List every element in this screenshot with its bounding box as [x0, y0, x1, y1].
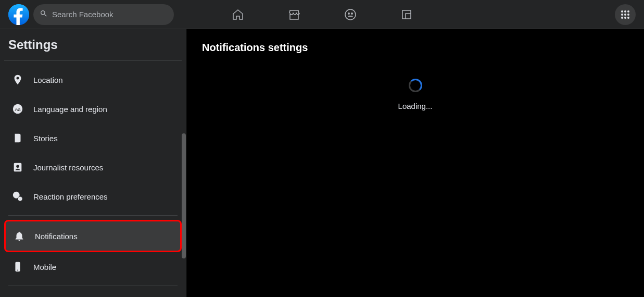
menu-button[interactable]: [615, 4, 636, 25]
svg-point-1: [345, 9, 356, 20]
journalist-icon: [8, 158, 27, 177]
groups-icon[interactable]: [343, 7, 358, 22]
reactions-icon: [8, 187, 27, 206]
search-box[interactable]: [33, 4, 174, 25]
search-icon: [40, 9, 48, 20]
page-title: Notifications settings: [202, 42, 628, 54]
sidebar-item-label: Notifications: [35, 232, 78, 241]
svg-point-7: [16, 165, 19, 168]
sidebar-item-label: Mobile: [33, 263, 56, 271]
nav-right: [615, 4, 636, 25]
sidebar-item-mobile[interactable]: Mobile: [4, 252, 182, 281]
svg-text:Aa: Aa: [15, 107, 21, 112]
location-icon: [8, 70, 27, 89]
top-bar: [0, 0, 644, 29]
svg-point-11: [17, 270, 18, 271]
sidebar-item-label: Language and region: [33, 105, 107, 114]
mobile-icon: [8, 257, 27, 276]
sidebar-item-journalist[interactable]: Journalist resources: [4, 153, 182, 182]
search-input[interactable]: [52, 10, 168, 19]
sidebar-title: Settings: [0, 29, 186, 56]
grid-icon: [621, 10, 629, 19]
home-icon[interactable]: [231, 7, 245, 22]
gaming-icon[interactable]: [399, 7, 414, 22]
sidebar-list: Location Aa Language and region Stories …: [0, 65, 186, 297]
svg-point-3: [351, 13, 353, 15]
settings-sidebar: Settings Location Aa Language and region: [0, 29, 186, 297]
scrollbar-thumb[interactable]: [182, 133, 186, 258]
divider: [4, 60, 182, 61]
spinner-icon: [409, 79, 422, 92]
sidebar-item-reactions[interactable]: Reaction preferences: [4, 182, 182, 211]
marketplace-icon[interactable]: [287, 7, 301, 22]
sidebar-item-label: Location: [33, 76, 63, 84]
svg-point-2: [348, 13, 350, 15]
facebook-logo[interactable]: [8, 4, 29, 25]
nav-center: [231, 7, 414, 22]
sidebar-item-stories[interactable]: Stories: [4, 123, 182, 153]
svg-point-9: [18, 196, 22, 201]
loading-text: Loading...: [398, 102, 433, 110]
main-area: Settings Location Aa Language and region: [0, 29, 644, 297]
sidebar-item-label: Journalist resources: [33, 163, 103, 172]
sidebar-item-label: Stories: [33, 134, 58, 143]
sidebar-item-label: Reaction preferences: [33, 192, 108, 201]
divider: [8, 286, 178, 286]
language-icon: Aa: [8, 100, 27, 118]
content-area: Notifications settings Loading...: [186, 29, 644, 297]
sidebar-item-location[interactable]: Location: [4, 65, 182, 94]
sidebar-item-language[interactable]: Aa Language and region: [4, 94, 182, 123]
sidebar-item-notifications[interactable]: Notifications: [4, 220, 182, 252]
bell-icon: [10, 227, 29, 245]
loading-area: Loading...: [202, 79, 628, 110]
sidebar-item-apps[interactable]: Apps and websites: [4, 290, 182, 297]
stories-icon: [8, 129, 27, 147]
divider: [8, 215, 178, 216]
